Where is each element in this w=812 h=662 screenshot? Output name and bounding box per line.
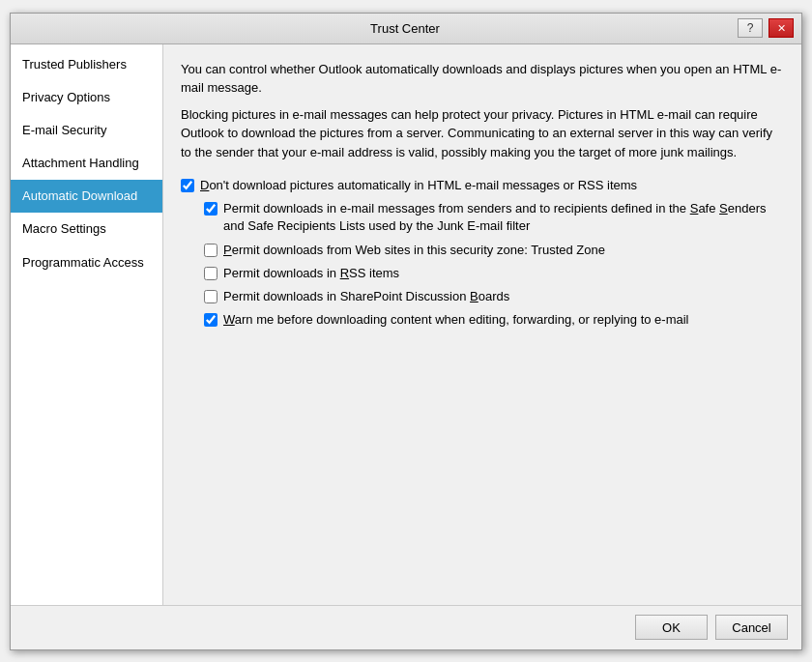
sidebar-item-attachment-handling[interactable]: Attachment Handling — [11, 147, 162, 180]
cancel-button[interactable]: Cancel — [715, 615, 788, 640]
sidebar: Trusted Publishers Privacy Options E-mai… — [11, 44, 163, 605]
checkbox-row-permit-sharepoint: Permit downloads in SharePoint Discussio… — [204, 286, 784, 307]
sidebar-item-automatic-download[interactable]: Automatic Download — [11, 180, 162, 213]
info-section: You can control whether Outlook automati… — [181, 60, 784, 162]
sidebar-item-trusted-publishers[interactable]: Trusted Publishers — [11, 48, 162, 81]
checkbox-permit-sharepoint[interactable] — [204, 290, 218, 303]
help-button[interactable]: ? — [738, 18, 763, 38]
sidebar-item-programmatic-access[interactable]: Programmatic Access — [11, 246, 162, 279]
checkbox-label-warn-before-download[interactable]: Warn me before downloading content when … — [223, 311, 689, 329]
checkbox-row-warn-before-download: Warn me before downloading content when … — [204, 309, 784, 331]
checkbox-no-auto-download[interactable] — [181, 179, 194, 192]
intro-para-1: You can control whether Outlook automati… — [181, 60, 784, 98]
sidebar-item-privacy-options[interactable]: Privacy Options — [11, 81, 162, 114]
checkbox-permit-safe-senders[interactable] — [204, 202, 218, 216]
checkbox-label-permit-web-sites[interactable]: Permit downloads from Web sites in this … — [223, 242, 605, 259]
checkbox-label-permit-safe-senders[interactable]: Permit downloads in e-mail messages from… — [223, 200, 784, 235]
dialog-title: Trust Center — [72, 21, 738, 36]
sidebar-item-macro-settings[interactable]: Macro Settings — [11, 213, 162, 245]
ok-button[interactable]: OK — [635, 615, 708, 640]
intro-para-2: Blocking pictures in e-mail messages can… — [181, 105, 784, 162]
main-content: You can control whether Outlook automati… — [163, 44, 801, 605]
checkbox-permit-rss[interactable] — [204, 267, 218, 280]
sidebar-item-email-security[interactable]: E-mail Security — [11, 114, 162, 147]
title-bar: Trust Center ? ✕ — [11, 14, 801, 44]
checkbox-group: Don't download pictures automatically in… — [181, 175, 784, 331]
checkbox-row-permit-rss: Permit downloads in RSS items — [204, 263, 784, 284]
checkbox-label-permit-sharepoint[interactable]: Permit downloads in SharePoint Discussio… — [223, 288, 509, 305]
dialog-footer: OK Cancel — [11, 605, 801, 649]
checkbox-row-no-auto-download: Don't download pictures automatically in… — [181, 175, 784, 196]
checkbox-warn-before-download[interactable] — [204, 313, 218, 327]
checkbox-label-no-auto-download[interactable]: Don't download pictures automatically in… — [200, 177, 637, 194]
checkbox-label-permit-rss[interactable]: Permit downloads in RSS items — [223, 265, 399, 282]
trust-center-dialog: Trust Center ? ✕ Trusted Publishers Priv… — [10, 13, 802, 650]
checkbox-row-permit-safe-senders: Permit downloads in e-mail messages from… — [204, 198, 784, 237]
close-button[interactable]: ✕ — [768, 18, 794, 38]
checkbox-row-permit-web-sites: Permit downloads from Web sites in this … — [204, 240, 784, 261]
checkbox-permit-web-sites[interactable] — [204, 244, 218, 257]
title-bar-controls: ? ✕ — [738, 18, 794, 38]
dialog-body: Trusted Publishers Privacy Options E-mai… — [11, 44, 801, 605]
